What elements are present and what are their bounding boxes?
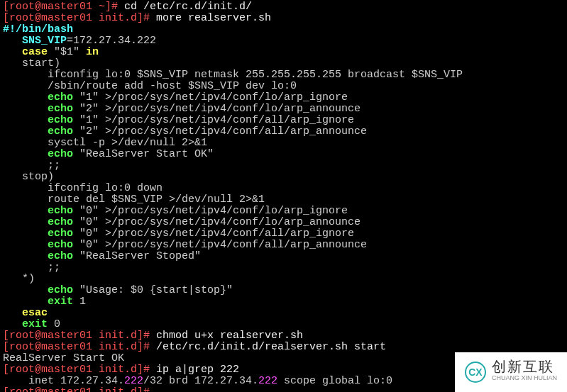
terminal-segment: sysctl -p >/dev/null 2>&1 [3,137,207,149]
terminal-segment: "2" >/proc/sys/net/ipv4/conf/all/arp_ann… [73,125,367,138]
terminal-segment [3,103,48,115]
terminal-segment: "0" >/proc/sys/net/ipv4/conf/lo/arp_igno… [73,205,348,217]
terminal-segment: echo [48,91,73,103]
terminal-segment: route del $SNS_VIP >/dev/null 2>&1 [3,194,265,206]
terminal-segment: more realserver.sh [156,12,271,24]
watermark-logo-icon: CX [465,362,486,383]
terminal-segment [3,114,48,126]
terminal-line: echo "0" >/proc/sys/net/ipv4/conf/all/ar… [3,228,564,240]
terminal-segment: [root@master01 ~]# [3,1,124,13]
terminal-line: stop) [3,172,564,183]
terminal-segment: echo [48,125,73,138]
terminal-line: echo "2" >/proc/sys/net/ipv4/conf/lo/arp… [3,103,564,115]
terminal-segment [3,148,48,160]
terminal-line: echo "1" >/proc/sys/net/ipv4/conf/all/ar… [3,115,564,126]
terminal-segment: echo [48,148,73,160]
terminal-segment: case [22,46,48,58]
terminal-segment: 0 [48,318,60,330]
terminal-segment: echo [48,103,73,115]
terminal-segment: /sbin/route add -host $SNS_VIP dev lo:0 [3,80,297,92]
terminal-segment [3,250,48,262]
terminal-line: [root@master01 init.d]# chmod u+x realse… [3,330,564,342]
terminal-segment: ip a|grep 222 [156,364,239,376]
terminal-segment: ;; [3,262,60,274]
terminal-segment: echo [48,228,73,240]
terminal-line: [root@master01 init.d]# more realserver.… [3,13,564,24]
terminal-segment: [root@master01 init.d]# [3,341,156,353]
terminal-line: ifconfig lo:0 down [3,183,564,194]
terminal-line: [root@master01 init.d]# /etc/rc.d/init.d… [3,342,564,353]
terminal-line: case "$1" in [3,47,564,58]
terminal-line: SNS_VIP=172.27.34.222 [3,35,564,47]
watermark-subtext: CHUANG XIN HULIAN [492,372,557,383]
terminal-segment [3,216,48,228]
terminal-segment: "1" >/proc/sys/net/ipv4/conf/all/arp_ign… [73,114,354,126]
terminal-line: sysctl -p >/dev/null 2>&1 [3,138,564,149]
terminal-segment: /etc/rc.d/init.d/realserver.sh start [156,341,386,353]
terminal-output[interactable]: [root@master01 ~]# cd /etc/rc.d/init.d/[… [0,0,567,392]
terminal-line: ;; [3,262,564,274]
terminal-segment: "1" >/proc/sys/net/ipv4/conf/lo/arp_igno… [73,91,348,103]
terminal-segment [3,205,48,217]
watermark: CX 创新互联 CHUANG XIN HULIAN [455,352,567,392]
terminal-segment: cd /etc/rc.d/init.d/ [124,1,252,13]
terminal-segment: exit [22,318,48,330]
terminal-segment: "$1" [48,46,86,58]
terminal-segment: [root@master01 init.d]# [3,12,156,24]
terminal-segment: *) [3,273,35,285]
terminal-line: echo "0" >/proc/sys/net/ipv4/conf/lo/arp… [3,217,564,228]
watermark-text-block: 创新互联 CHUANG XIN HULIAN [492,361,557,383]
terminal-segment: echo [48,239,73,251]
terminal-segment: =172.27.34.222 [67,35,156,47]
terminal-line: echo "Usage: $0 {start|stop}" [3,285,564,296]
terminal-line: /sbin/route add -host $SNS_VIP dev lo:0 [3,81,564,92]
terminal-segment [3,91,48,103]
terminal-segment: ifconfig lo:0 down [3,182,163,194]
terminal-line: echo "0" >/proc/sys/net/ipv4/conf/lo/arp… [3,206,564,217]
terminal-segment [3,318,22,330]
terminal-segment: ifconfig lo:0 $SNS_VIP netmask 255.255.2… [3,69,463,81]
terminal-segment: exit [48,296,73,308]
terminal-segment: /32 brd 172.27.34. [143,375,258,387]
terminal-line: exit 1 [3,296,564,308]
terminal-line: esac [3,308,564,319]
terminal-segment: 222 [258,375,277,387]
terminal-segment: 1 [73,296,86,308]
terminal-line: route del $SNS_VIP >/dev/null 2>&1 [3,194,564,206]
terminal-segment: echo [48,114,73,126]
terminal-segment: in [86,46,99,58]
terminal-segment: echo [48,205,73,217]
terminal-segment: [root@master01 init.d]# [3,364,156,376]
terminal-segment: scope global lo:0 [277,375,392,387]
terminal-segment: RealServer Start OK [3,352,124,364]
terminal-segment: [root@master01 init.d]# [3,330,156,342]
terminal-line: #!/bin/bash [3,24,564,35]
terminal-segment: echo [48,216,73,228]
terminal-segment: SNS_VIP [22,35,67,47]
terminal-segment: stop) [3,171,54,183]
terminal-segment [3,239,48,251]
terminal-line: ifconfig lo:0 $SNS_VIP netmask 255.255.2… [3,69,564,81]
terminal-segment: "0" >/proc/sys/net/ipv4/conf/lo/arp_anno… [73,216,360,228]
terminal-line: echo "RealServer Stoped" [3,251,564,262]
terminal-segment: 222 [124,375,143,387]
terminal-segment: ;; [3,159,60,172]
terminal-line: *) [3,274,564,285]
terminal-segment [3,35,22,47]
terminal-line: exit 0 [3,319,564,330]
terminal-segment [3,228,48,240]
terminal-segment: esac [22,307,48,319]
terminal-segment: "RealServer Start OK" [73,148,214,160]
terminal-segment [3,125,48,138]
terminal-segment: echo [48,284,73,296]
terminal-segment: "0" >/proc/sys/net/ipv4/conf/all/arp_ign… [73,228,354,240]
terminal-segment: [root@master01 init.d]# [3,386,156,392]
terminal-segment: "2" >/proc/sys/net/ipv4/conf/lo/arp_anno… [73,103,360,115]
terminal-segment: "RealServer Stoped" [73,250,201,262]
terminal-segment [3,46,22,58]
terminal-segment: "0" >/proc/sys/net/ipv4/conf/all/arp_ann… [73,239,367,251]
terminal-segment: start) [3,57,60,69]
terminal-segment [3,284,48,296]
terminal-line: echo "RealServer Start OK" [3,149,564,160]
terminal-line: echo "2" >/proc/sys/net/ipv4/conf/all/ar… [3,126,564,138]
